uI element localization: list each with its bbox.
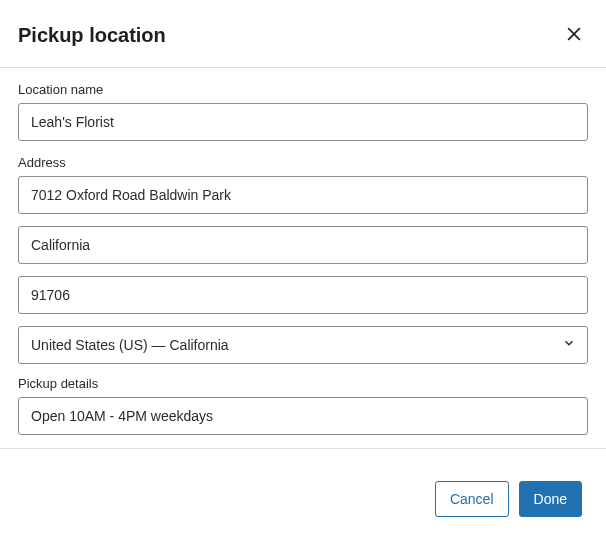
close-icon <box>564 24 584 47</box>
close-button[interactable] <box>560 20 588 51</box>
region-select[interactable]: United States (US) — California <box>18 326 588 364</box>
modal-footer: Cancel Done <box>0 448 606 539</box>
modal-title: Pickup location <box>18 24 166 47</box>
modal-body: Location name Address United States (US)… <box>0 68 606 448</box>
modal-header: Pickup location <box>0 0 606 68</box>
cancel-button[interactable]: Cancel <box>435 481 509 517</box>
region-select-wrapper: United States (US) — California <box>18 326 588 364</box>
pickup-details-input[interactable] <box>18 397 588 435</box>
address-city-input[interactable] <box>18 226 588 264</box>
done-button[interactable]: Done <box>519 481 582 517</box>
address-zip-input[interactable] <box>18 276 588 314</box>
location-name-label: Location name <box>18 82 588 97</box>
pickup-details-label: Pickup details <box>18 376 588 391</box>
location-name-input[interactable] <box>18 103 588 141</box>
address-label: Address <box>18 155 588 170</box>
pickup-location-modal: Pickup location Location name Address Un… <box>0 0 606 539</box>
address-street-input[interactable] <box>18 176 588 214</box>
